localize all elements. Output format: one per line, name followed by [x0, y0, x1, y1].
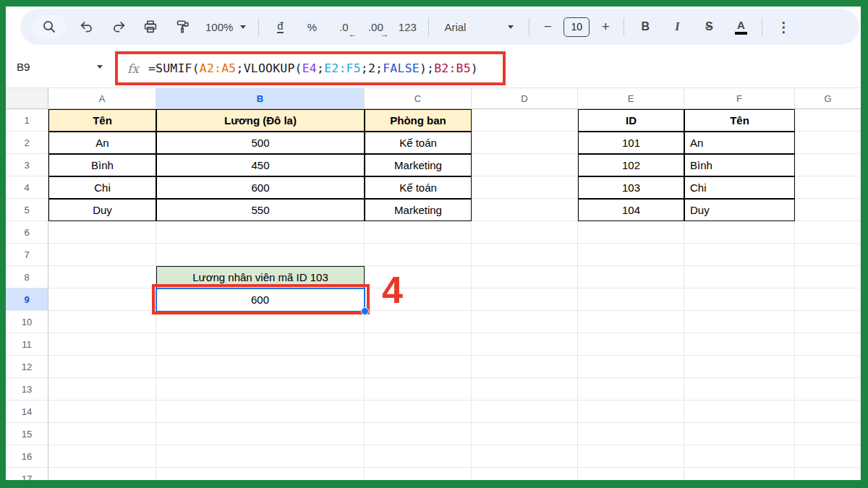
bold-button[interactable]: B — [634, 15, 656, 38]
cell-A11[interactable] — [48, 333, 156, 356]
row-header-10[interactable]: 10 — [6, 311, 48, 333]
cell-B16[interactable] — [156, 445, 365, 468]
column-header-e[interactable]: E — [578, 88, 684, 108]
cell-E9[interactable] — [578, 288, 684, 311]
cell-G9[interactable] — [795, 288, 861, 311]
cell-A12[interactable] — [48, 356, 156, 378]
cell-G8[interactable] — [795, 266, 861, 288]
cell-C4[interactable]: Kế toán — [365, 176, 472, 199]
row-header-6[interactable]: 6 — [6, 221, 48, 244]
cell-C9[interactable] — [365, 288, 472, 311]
cell-F9[interactable] — [684, 288, 795, 311]
cell-F6[interactable] — [684, 221, 795, 244]
cell-G16[interactable] — [795, 445, 861, 468]
cell-E7[interactable] — [578, 244, 684, 266]
cell-E11[interactable] — [578, 333, 684, 356]
cell-C2[interactable]: Kế toán — [365, 132, 472, 154]
cell-C13[interactable] — [365, 378, 472, 401]
cell-A17[interactable] — [48, 468, 156, 480]
cell-A4[interactable]: Chi — [48, 176, 156, 199]
cell-A7[interactable] — [48, 244, 156, 266]
cell-E10[interactable] — [578, 311, 684, 333]
cell-E12[interactable] — [578, 356, 684, 378]
cell-C12[interactable] — [365, 356, 472, 378]
row-header-11[interactable]: 11 — [6, 333, 48, 356]
select-all-corner[interactable] — [6, 88, 48, 108]
cell-B3[interactable]: 450 — [156, 154, 365, 176]
cell-F16[interactable] — [684, 445, 795, 468]
cell-D1[interactable] — [472, 109, 578, 132]
increase-font-size-button[interactable]: + — [597, 15, 613, 38]
cell-G11[interactable] — [795, 333, 861, 356]
undo-button[interactable] — [76, 15, 98, 38]
cell-C7[interactable] — [365, 244, 472, 266]
cell-B14[interactable] — [156, 401, 365, 423]
number-format-button[interactable]: 123 — [396, 15, 418, 38]
decrease-font-size-button[interactable]: − — [540, 15, 556, 38]
cell-A9[interactable] — [48, 288, 156, 311]
cell-G4[interactable] — [795, 176, 861, 199]
row-header-1[interactable]: 1 — [6, 109, 48, 132]
cell-G17[interactable] — [795, 468, 861, 480]
cell-B13[interactable] — [156, 378, 365, 401]
cell-E15[interactable] — [578, 423, 684, 445]
cell-A14[interactable] — [48, 401, 156, 423]
cell-E13[interactable] — [578, 378, 684, 401]
cell-B8[interactable]: Lương nhân viên mã ID 103 — [156, 266, 365, 288]
cell-B11[interactable] — [156, 333, 365, 356]
cell-B5[interactable]: 550 — [156, 199, 365, 221]
cell-D14[interactable] — [472, 401, 578, 423]
cell-C11[interactable] — [365, 333, 472, 356]
cell-D8[interactable] — [472, 266, 578, 288]
cell-F3[interactable]: Bình — [684, 154, 795, 176]
cell-A16[interactable] — [48, 445, 156, 468]
cell-D6[interactable] — [472, 221, 578, 244]
formula-input[interactable]: =SUMIF(A2:A5;VLOOKUP(E4;E2:F5;2;FALSE);B… — [148, 61, 478, 75]
cell-F14[interactable] — [684, 401, 795, 423]
search-button[interactable] — [33, 15, 66, 38]
cell-D12[interactable] — [472, 356, 578, 378]
cell-G5[interactable] — [795, 199, 861, 221]
cell-C10[interactable] — [365, 311, 472, 333]
row-header-15[interactable]: 15 — [6, 423, 48, 445]
row-header-9[interactable]: 9 — [6, 288, 48, 311]
cell-D16[interactable] — [472, 445, 578, 468]
row-header-16[interactable]: 16 — [6, 445, 48, 468]
fill-handle[interactable] — [361, 307, 369, 315]
row-header-14[interactable]: 14 — [6, 401, 48, 423]
cell-B17[interactable] — [156, 468, 365, 480]
cell-G2[interactable] — [795, 132, 861, 154]
cell-C1[interactable]: Phòng ban — [365, 109, 472, 132]
cell-E3[interactable]: 102 — [578, 154, 684, 176]
cell-E14[interactable] — [578, 401, 684, 423]
more-options-button[interactable]: ⋮ — [773, 15, 794, 38]
cell-F4[interactable]: Chi — [684, 176, 795, 199]
cell-C14[interactable] — [365, 401, 472, 423]
cell-E8[interactable] — [578, 266, 684, 288]
cell-E6[interactable] — [578, 221, 684, 244]
cell-G12[interactable] — [795, 356, 861, 378]
cell-A15[interactable] — [48, 423, 156, 445]
cell-A6[interactable] — [48, 221, 156, 244]
cell-D4[interactable] — [472, 176, 578, 199]
column-header-c[interactable]: C — [365, 88, 472, 108]
cell-F10[interactable] — [684, 311, 795, 333]
cell-B6[interactable] — [156, 221, 365, 244]
cell-B2[interactable]: 500 — [156, 132, 365, 154]
cell-C8[interactable] — [365, 266, 472, 288]
cell-D11[interactable] — [472, 333, 578, 356]
row-header-17[interactable]: 17 — [6, 468, 48, 480]
paint-format-button[interactable] — [171, 15, 193, 38]
cell-A3[interactable]: Bình — [48, 154, 156, 176]
cell-E5[interactable]: 104 — [578, 199, 684, 221]
increase-decimal-button[interactable]: .00 → — [365, 15, 386, 38]
cell-F12[interactable] — [684, 356, 795, 378]
cell-F2[interactable]: An — [684, 132, 795, 154]
cell-B1[interactable]: Lương (Đô la) — [156, 109, 365, 132]
cell-B7[interactable] — [156, 244, 365, 266]
font-family-select[interactable]: Arial — [441, 15, 516, 38]
column-header-d[interactable]: D — [472, 88, 578, 108]
column-header-g[interactable]: G — [795, 88, 861, 108]
cell-F11[interactable] — [684, 333, 795, 356]
cell-A1[interactable]: Tên — [48, 109, 156, 132]
